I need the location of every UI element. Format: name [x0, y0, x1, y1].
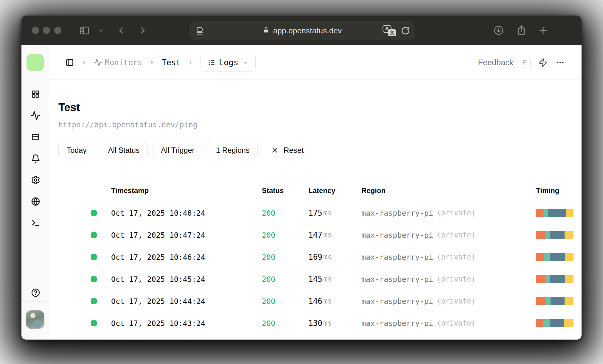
activity-icon [31, 111, 40, 120]
log-region-note: (private) [437, 231, 475, 239]
log-status-code: 200 [262, 246, 275, 268]
breadcrumb-monitor-name[interactable]: Test [162, 58, 181, 67]
breadcrumb-monitors[interactable]: Monitors [94, 58, 142, 67]
column-header-status[interactable]: Status [262, 179, 284, 202]
chevron-down-icon[interactable] [98, 27, 104, 34]
filter-regions-button[interactable]: 1 Regions [208, 142, 258, 158]
sidebar-toggle-icon[interactable] [79, 25, 90, 36]
log-status-code: 200 [262, 290, 275, 312]
sidebar-item-notifications[interactable] [31, 154, 40, 163]
filter-status-button[interactable]: All Status [100, 142, 148, 158]
log-latency-value: 169 [308, 253, 322, 262]
downloads-button[interactable] [493, 25, 504, 36]
feedback-button[interactable]: Feedback F [478, 56, 531, 69]
sidebar-item-cli[interactable] [31, 218, 40, 228]
workspace-logo[interactable] [27, 54, 44, 71]
timing-bar [536, 319, 574, 327]
log-region: max-raspberry-pi [361, 253, 433, 262]
log-row[interactable]: Oct 17, 2025 10:43:24 200 130 ms max-ras… [86, 312, 582, 334]
chevron-down-icon [242, 59, 249, 66]
log-region: max-raspberry-pi [361, 209, 433, 217]
timing-bar [536, 231, 574, 239]
openstatus-app: Monitors Test Logs [21, 45, 582, 340]
filter-date-button[interactable]: Today [58, 142, 95, 158]
help-button[interactable] [31, 288, 40, 297]
sidebar-item-dashboard[interactable] [31, 89, 40, 99]
log-row[interactable]: Oct 17, 2025 10:47:24 200 147 ms max-ras… [86, 224, 582, 246]
minimize-button[interactable] [43, 27, 50, 34]
main-content: Test https://api.openstatus.dev/ping Tod… [49, 80, 582, 340]
column-header-latency[interactable]: Latency [308, 179, 335, 202]
log-region: max-raspberry-pi [361, 275, 433, 284]
new-tab-button[interactable] [538, 25, 548, 36]
translate-icon[interactable]: A 文 [383, 25, 396, 36]
log-latency-value: 175 [308, 209, 322, 217]
column-header-timing[interactable]: Timing [536, 179, 559, 202]
chevron-right-icon [149, 59, 155, 66]
forward-button[interactable] [138, 25, 148, 35]
browser-window: app.openstatus.dev A 文 [21, 15, 582, 340]
sidebar-item-monitors[interactable] [31, 111, 40, 120]
log-region: max-raspberry-pi [361, 319, 433, 328]
timing-bar [536, 275, 574, 283]
log-row[interactable]: Oct 17, 2025 10:46:24 200 169 ms max-ras… [86, 246, 582, 268]
log-region-note: (private) [437, 319, 475, 327]
filter-trigger-button[interactable]: All Trigger [153, 142, 203, 158]
bell-icon [31, 154, 40, 163]
timing-segment-4 [565, 297, 574, 305]
log-timestamp: Oct 17, 2025 10:43:24 [111, 312, 205, 334]
log-row[interactable]: Oct 17, 2025 10:48:24 200 175 ms max-ras… [86, 202, 582, 224]
timing-segment-3 [548, 209, 566, 217]
log-timestamp: Oct 17, 2025 10:48:24 [111, 202, 205, 224]
ellipsis-icon [555, 58, 565, 67]
logs-icon [207, 58, 215, 66]
reload-icon[interactable] [401, 26, 410, 35]
chevron-right-icon [81, 59, 87, 66]
sidebar-item-domains[interactable] [31, 197, 40, 206]
column-header-timestamp[interactable]: Timestamp [111, 179, 149, 202]
view-selector-button[interactable]: Logs [200, 54, 256, 71]
timing-segment-2 [545, 275, 550, 283]
sidebar-item-status-pages[interactable] [31, 132, 40, 142]
zap-icon [538, 58, 548, 67]
user-avatar[interactable] [26, 310, 44, 329]
log-latency-value: 146 [308, 297, 322, 306]
timing-segment-2 [543, 319, 550, 327]
more-options-button[interactable] [555, 58, 565, 67]
sidebar-item-settings[interactable] [31, 175, 40, 185]
back-button[interactable] [116, 25, 126, 35]
view-selector-label: Logs [219, 58, 238, 67]
timing-segment-2 [546, 231, 550, 239]
log-latency-unit: ms [323, 253, 332, 261]
timing-segment-2 [546, 297, 551, 305]
status-dot [91, 232, 97, 238]
timing-segment-1 [536, 297, 546, 305]
column-header-region[interactable]: Region [361, 179, 386, 202]
share-button[interactable] [516, 25, 527, 36]
timing-segment-4 [565, 231, 574, 239]
timing-segment-3 [550, 231, 565, 239]
panel-toggle-button[interactable] [65, 58, 74, 67]
timing-segment-4 [565, 253, 574, 261]
log-row[interactable]: Oct 17, 2025 10:44:24 200 146 ms max-ras… [86, 290, 582, 312]
chevron-right-icon [187, 59, 194, 66]
timing-segment-4 [566, 209, 574, 217]
table-body: Oct 17, 2025 10:48:24 200 175 ms max-ras… [86, 202, 582, 334]
logs-table: Timestamp Status Latency Region Timing O… [86, 179, 582, 334]
url-text[interactable]: app.openstatus.dev [273, 26, 342, 35]
status-dot [91, 276, 97, 282]
log-row[interactable]: Oct 17, 2025 10:45:24 200 145 ms max-ras… [86, 268, 582, 290]
zoom-button[interactable] [54, 27, 61, 34]
timing-segment-3 [550, 253, 565, 261]
log-latency-value: 130 [308, 319, 322, 328]
log-latency-value: 147 [308, 231, 322, 239]
close-button[interactable] [32, 27, 39, 34]
table-header-row: Timestamp Status Latency Region Timing [86, 179, 582, 202]
log-status-code: 200 [262, 268, 275, 290]
status-dot [91, 298, 97, 304]
address-bar[interactable]: app.openstatus.dev A 文 [189, 21, 415, 40]
reset-filters-button[interactable]: Reset [271, 146, 304, 155]
command-menu-button[interactable] [538, 58, 548, 67]
settings-gear-icon [31, 175, 40, 185]
grid-icon [31, 90, 40, 99]
